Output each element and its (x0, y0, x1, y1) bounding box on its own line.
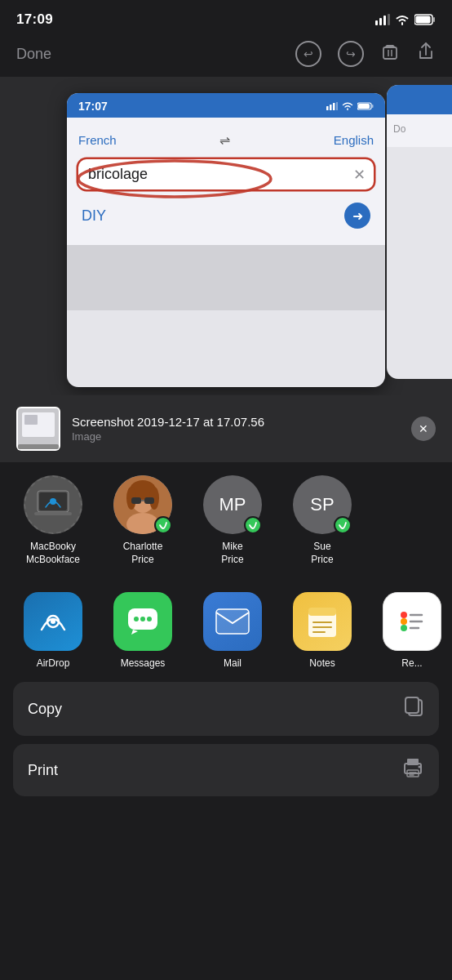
svg-rect-24 (34, 512, 72, 515)
svg-point-39 (140, 617, 145, 621)
delete-button[interactable] (380, 42, 400, 66)
airdrop-icon (24, 592, 82, 651)
svg-rect-15 (372, 105, 374, 108)
svg-rect-58 (407, 759, 419, 765)
app-messages[interactable]: Messages (98, 592, 188, 669)
card-gray-area (67, 245, 385, 310)
file-meta: Screenshot 2019-12-17 at 17.07.56 Image (72, 415, 400, 443)
contact-badge-mike (244, 516, 262, 534)
top-toolbar: Done ↩ ↪ (0, 34, 452, 77)
svg-rect-3 (388, 14, 390, 25)
svg-rect-45 (308, 608, 336, 616)
input-text: bricolage (88, 166, 148, 182)
print-button[interactable]: Print (13, 744, 439, 796)
result-text: DIY (82, 207, 106, 225)
battery-icon (414, 14, 436, 25)
notes-icon (293, 592, 352, 651)
contact-mike[interactable]: MP MikePrice (188, 475, 277, 566)
preview-area: 17:07 (0, 77, 452, 395)
copy-label: Copy (28, 701, 62, 718)
svg-point-36 (51, 619, 55, 624)
translation-input: bricolage ✕ (78, 159, 374, 189)
file-type: Image (72, 430, 400, 443)
svg-rect-19 (18, 444, 59, 449)
redo-button[interactable]: ↪ (338, 41, 364, 67)
contact-sue[interactable]: SP SuePrice (277, 475, 367, 566)
svg-rect-10 (326, 106, 329, 110)
signal-icon (375, 14, 390, 25)
app-label-messages: Messages (121, 657, 166, 669)
svg-rect-32 (144, 497, 154, 504)
mail-icon (203, 592, 262, 651)
contact-name-mike: MikePrice (221, 541, 243, 566)
contact-avatar-device (24, 475, 82, 534)
svg-point-49 (401, 612, 407, 618)
file-name: Screenshot 2019-12-17 at 17.07.56 (72, 415, 400, 429)
card-status-icons (326, 102, 374, 110)
status-time: 17:09 (16, 11, 53, 28)
svg-point-40 (147, 617, 152, 621)
contact-avatar-sue: SP (293, 475, 352, 534)
second-card-bar (387, 85, 452, 114)
svg-rect-13 (336, 102, 338, 110)
svg-rect-11 (330, 105, 332, 110)
svg-rect-56 (405, 697, 419, 713)
main-screenshot-card: 17:07 (67, 93, 385, 387)
svg-rect-2 (383, 16, 386, 25)
card-status-bar: 17:07 (67, 93, 385, 118)
app-label-notes: Notes (309, 657, 335, 669)
svg-point-62 (419, 766, 421, 768)
messages-icon (113, 592, 172, 651)
second-card-text: Do (393, 123, 405, 135)
second-screenshot-card: Do (387, 85, 452, 379)
svg-rect-31 (131, 497, 141, 504)
print-icon (401, 757, 424, 783)
language-row: French ⇌ English (78, 126, 374, 154)
file-info-row: Screenshot 2019-12-17 at 17.07.56 Image … (0, 395, 452, 462)
svg-rect-21 (24, 415, 38, 425)
app-notes[interactable]: Notes (277, 592, 367, 669)
copy-button[interactable]: Copy (13, 682, 439, 736)
svg-point-38 (134, 617, 139, 621)
contact-name-macbooky: MacBookyMcBookface (26, 541, 80, 566)
contact-avatar-mike: MP (203, 475, 262, 534)
app-label-reminders: Re... (401, 657, 422, 669)
contact-name-sue: SuePrice (311, 541, 333, 566)
share-button[interactable] (416, 42, 436, 66)
toolbar-icons: ↩ ↪ (295, 41, 436, 67)
app-mail[interactable]: Mail (188, 592, 277, 669)
apps-row: AirDrop Messages Mail (0, 579, 452, 682)
file-thumbnail (16, 407, 60, 451)
svg-point-51 (401, 625, 407, 631)
svg-rect-6 (416, 16, 431, 24)
result-arrow-button[interactable]: ➜ (344, 203, 370, 229)
contact-badge-charlotte (154, 516, 172, 534)
card-time: 17:07 (78, 100, 108, 113)
svg-rect-16 (358, 104, 370, 109)
app-airdrop[interactable]: AirDrop (8, 592, 98, 669)
wifi-icon (395, 14, 410, 25)
contacts-row: MacBookyMcBookface (0, 462, 452, 579)
second-card-body: Do (387, 114, 452, 147)
french-label: French (78, 133, 117, 147)
contact-badge-sue (334, 516, 352, 534)
svg-rect-0 (375, 20, 378, 25)
contact-charlotte[interactable]: CharlottePrice (98, 475, 188, 566)
contact-macbooky[interactable]: MacBookyMcBookface (8, 475, 98, 566)
close-button[interactable]: ✕ (411, 416, 436, 441)
svg-point-50 (401, 618, 407, 625)
svg-rect-7 (383, 47, 397, 59)
app-label-mail: Mail (224, 657, 242, 669)
result-row: DIY ➜ (78, 194, 374, 237)
copy-icon (403, 695, 424, 723)
done-button[interactable]: Done (16, 46, 51, 63)
language-arrow: ⇌ (219, 132, 230, 148)
english-label: English (334, 133, 374, 147)
status-bar: 17:09 (0, 0, 452, 34)
undo-button[interactable]: ↩ (295, 41, 321, 67)
svg-rect-41 (216, 609, 249, 634)
app-reminders[interactable]: Re... (367, 592, 452, 669)
svg-rect-1 (379, 18, 382, 25)
status-icons (375, 14, 436, 25)
contact-avatar-charlotte (113, 475, 172, 534)
